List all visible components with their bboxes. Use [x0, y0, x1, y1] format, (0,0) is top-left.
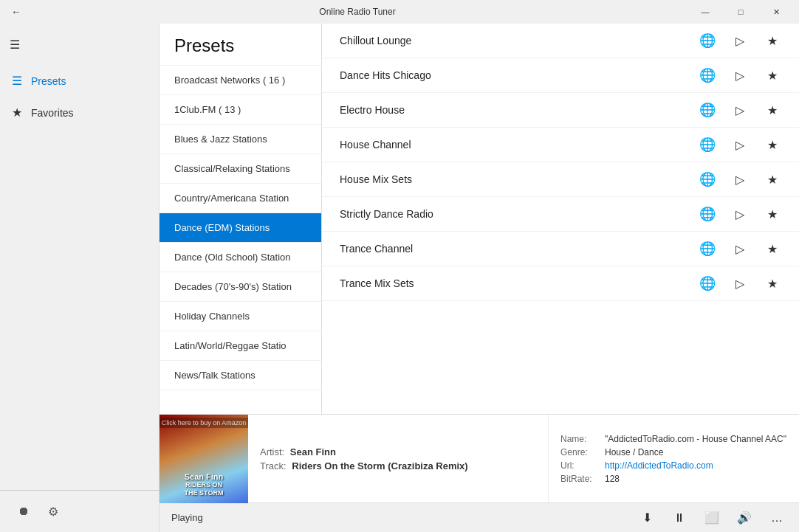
globe-icon[interactable]: 🌐 — [699, 102, 716, 118]
station-name: Trance Channel — [340, 243, 699, 255]
track-row: Track: Riders On the Storm (Crazibiza Re… — [260, 460, 536, 471]
table-row[interactable]: Trance Mix Sets 🌐 ▷ ★ — [322, 266, 799, 301]
category-item-1club[interactable]: 1Club.FM ( 13 ) — [160, 95, 321, 125]
minimize-button[interactable]: — — [688, 0, 722, 24]
play-icon[interactable]: ▷ — [731, 34, 749, 48]
star-icon[interactable]: ★ — [764, 207, 781, 221]
url-row: Url: http://AddictedToRadio.com — [560, 460, 787, 471]
sidebar-item-label-presets: Presets — [31, 75, 66, 87]
category-panel-title: Presets — [160, 24, 321, 66]
art-artist-text: Sean Finn — [185, 473, 224, 481]
status-text: Playing — [171, 512, 637, 523]
art-track-text: RIDERS ONTHE STORM — [185, 481, 224, 497]
globe-icon[interactable]: 🌐 — [699, 32, 716, 49]
play-icon[interactable]: ▷ — [731, 207, 749, 221]
category-item-dance[interactable]: Dance (EDM) Stations — [160, 213, 321, 243]
star-icon[interactable]: ★ — [764, 242, 781, 256]
station-name-row: Name: "AddictedToRadio.com - House Chann… — [560, 434, 787, 444]
table-row[interactable]: Dance Hits Chicago 🌐 ▷ ★ — [322, 58, 799, 93]
category-item-broadcast[interactable]: Broadcast Networks ( 16 ) — [160, 66, 321, 95]
station-actions: 🌐 ▷ ★ — [699, 206, 781, 222]
star-icon[interactable]: ★ — [764, 138, 781, 152]
table-row[interactable]: Strictly Dance Radio 🌐 ▷ ★ — [322, 197, 799, 232]
url-value[interactable]: http://AddictedToRadio.com — [605, 460, 713, 471]
play-icon[interactable]: ▷ — [731, 173, 749, 187]
globe-icon[interactable]: 🌐 — [699, 241, 716, 257]
table-row[interactable]: House Channel 🌐 ▷ ★ — [322, 128, 799, 162]
play-icon[interactable]: ▷ — [731, 138, 749, 152]
url-label: Url: — [560, 460, 605, 471]
category-item-blues[interactable]: Blues & Jazz Stations — [160, 125, 321, 154]
album-art[interactable]: Sean Finn RIDERS ONTHE STORM Click here … — [160, 415, 248, 503]
bitrate-label: BitRate: — [560, 474, 605, 484]
download-button[interactable]: ⬇ — [637, 508, 657, 528]
play-icon[interactable]: ▷ — [731, 69, 749, 83]
play-icon[interactable]: ▷ — [731, 242, 749, 256]
sidebar-item-presets[interactable]: ☰ Presets — [0, 65, 159, 97]
station-actions: 🌐 ▷ ★ — [699, 102, 781, 118]
globe-icon[interactable]: 🌐 — [699, 275, 716, 291]
category-item-latin[interactable]: Latin/World/Reggae Statio — [160, 331, 321, 361]
star-icon[interactable]: ★ — [764, 173, 781, 187]
station-actions: 🌐 ▷ ★ — [699, 241, 781, 257]
category-item-dance-old[interactable]: Dance (Old School) Station — [160, 243, 321, 272]
close-button[interactable]: ✕ — [759, 0, 793, 24]
table-row[interactable]: Electro House 🌐 ▷ ★ — [322, 93, 799, 128]
globe-icon[interactable]: 🌐 — [699, 171, 716, 187]
category-item-decades[interactable]: Decades (70's-90's) Station — [160, 272, 321, 302]
star-icon[interactable]: ★ — [764, 34, 781, 48]
globe-icon[interactable]: 🌐 — [699, 137, 716, 153]
name-value: "AddictedToRadio.com - House Channel AAC… — [605, 434, 786, 444]
station-actions: 🌐 ▷ ★ — [699, 137, 781, 153]
artist-row: Artist: Sean Finn — [260, 446, 536, 457]
playback-controls: ⬇ ⏸ ⬜ 🔊 … — [637, 508, 787, 528]
table-row[interactable]: House Mix Sets 🌐 ▷ ★ — [322, 162, 799, 197]
hamburger-button[interactable]: ☰ — [0, 27, 30, 62]
globe-icon[interactable]: 🌐 — [699, 206, 716, 222]
settings-button[interactable]: ⚙ — [41, 500, 65, 523]
station-name: Dance Hits Chicago — [340, 69, 699, 81]
station-actions: 🌐 ▷ ★ — [699, 275, 781, 291]
maximize-button[interactable]: □ — [724, 0, 758, 24]
category-item-news[interactable]: News/Talk Stations — [160, 361, 321, 390]
station-actions: 🌐 ▷ ★ — [699, 171, 781, 187]
app-body: ☰ ☰ Presets ★ Favorites ⏺ ⚙ Presets Broa… — [0, 24, 799, 532]
play-icon[interactable]: ▷ — [731, 277, 749, 291]
sidebar: ☰ ☰ Presets ★ Favorites ⏺ ⚙ — [0, 24, 160, 532]
station-name: Chillout Lounge — [340, 35, 699, 46]
station-name: Strictly Dance Radio — [340, 208, 699, 220]
category-item-holiday[interactable]: Holiday Channels — [160, 302, 321, 331]
art-buy-label[interactable]: Click here to buy on Amazon — [160, 418, 248, 428]
sidebar-item-favorites[interactable]: ★ Favorites — [0, 97, 159, 128]
track-value: Riders On the Storm (Crazibiza Remix) — [292, 460, 467, 471]
app-title: Online Radio Tuner — [27, 7, 688, 17]
content-top: Presets Broadcast Networks ( 16 ) 1Club.… — [160, 24, 799, 414]
table-row[interactable]: Chillout Lounge 🌐 ▷ ★ — [322, 24, 799, 58]
station-actions: 🌐 ▷ ★ — [699, 32, 781, 49]
pause-button[interactable]: ⏸ — [669, 508, 690, 528]
window-controls: — □ ✕ — [688, 0, 793, 24]
name-label: Name: — [560, 434, 605, 444]
main-content: Presets Broadcast Networks ( 16 ) 1Club.… — [160, 24, 799, 532]
artist-label: Artist: — [260, 446, 284, 457]
back-button[interactable]: ← — [6, 1, 27, 22]
table-row[interactable]: Trance Channel 🌐 ▷ ★ — [322, 232, 799, 266]
station-name: House Channel — [340, 139, 699, 151]
category-item-country[interactable]: Country/Americana Station — [160, 184, 321, 213]
play-icon[interactable]: ▷ — [731, 103, 749, 117]
volume-button[interactable]: 🔊 — [734, 508, 755, 528]
stop-button[interactable]: ⬜ — [702, 508, 722, 528]
genre-value: House / Dance — [605, 447, 663, 457]
more-button[interactable]: … — [767, 508, 787, 528]
titlebar: ← Online Radio Tuner — □ ✕ — [0, 0, 799, 24]
record-button[interactable]: ⏺ — [12, 500, 35, 523]
now-playing-bar: Sean Finn RIDERS ONTHE STORM Click here … — [160, 414, 799, 502]
track-label: Track: — [260, 460, 287, 471]
star-icon[interactable]: ★ — [764, 69, 781, 83]
artist-value: Sean Finn — [290, 446, 336, 457]
globe-icon[interactable]: 🌐 — [699, 67, 716, 83]
favorites-icon: ★ — [12, 106, 22, 120]
category-item-classical[interactable]: Classical/Relaxing Stations — [160, 154, 321, 184]
star-icon[interactable]: ★ — [764, 277, 781, 291]
star-icon[interactable]: ★ — [764, 103, 781, 117]
